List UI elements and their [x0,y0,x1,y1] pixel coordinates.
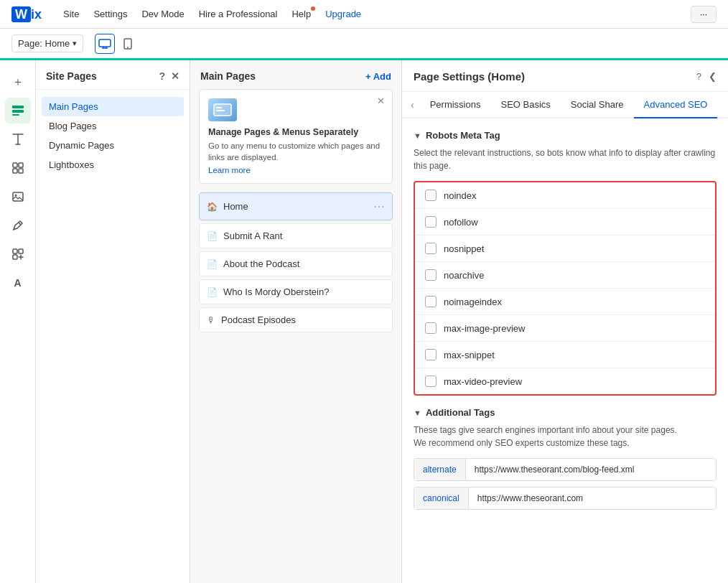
page-item-mordy[interactable]: 📄 Who Is Mordy Oberstein? [199,279,393,304]
tab-scroll-left-icon[interactable]: ‹ [405,93,420,116]
nav-help[interactable]: Help [291,9,311,19]
settings-title: Page Settings (Home) [414,70,525,91]
add-icon-btn[interactable]: ＋ [5,69,31,95]
page-item-home[interactable]: 🏠 Home ⋯ [199,192,393,220]
page-name-home: Home [223,201,368,212]
site-pages-header: Site Pages ? ✕ [36,60,190,90]
view-icons [95,34,138,54]
site-pages-panel: Site Pages ? ✕ Main Pages Blog Pages Dyn… [36,60,190,583]
checkbox-noimageindex[interactable] [425,296,437,307]
add-page-button[interactable]: + Add [365,71,391,82]
learn-more-link[interactable]: Learn more [208,166,383,174]
robots-section-header: ▼ Robots Meta Tag [414,130,717,141]
svg-rect-19 [216,107,222,108]
top-nav-btn[interactable]: ··· [691,6,717,23]
page-item-submit[interactable]: 📄 Submit A Rant [199,223,393,248]
cat-dynamic-pages[interactable]: Dynamic Pages [42,136,184,155]
icon-sidebar: ＋ [0,60,36,583]
nav-hire[interactable]: Hire a Professional [199,9,278,19]
draw-icon-btn[interactable] [5,213,31,238]
pages-list-title: Main Pages [200,70,256,82]
page-menu-home[interactable]: ⋯ [373,200,385,213]
settings-content: ▼ Robots Meta Tag Select the relevant in… [402,118,728,583]
settings-header: Page Settings (Home) ? ❮ [402,60,728,92]
tag-label-canonical: canonical [414,488,469,509]
svg-rect-8 [12,114,19,116]
banner-title: Manage Pages & Menus Separately [208,127,383,137]
widgets-icon-btn[interactable] [5,241,31,267]
page-item-podcast[interactable]: 🎙 Podcast Episodes [199,307,393,332]
tag-value-alternate: https://www.theseorant.com/blog-feed.xml [466,459,643,480]
svg-point-5 [127,47,129,48]
svg-point-14 [14,195,17,197]
submit-page-icon: 📄 [207,231,218,241]
checkbox-row-nofollow: nofollow [415,209,715,235]
banner-close-icon[interactable]: ✕ [377,95,385,106]
page-item-about[interactable]: 📄 About the Podcast [199,251,393,276]
wix-logo: Wix [11,6,42,22]
secondary-bar: Page: Home ▾ [0,29,728,60]
help-icon[interactable]: ? [159,70,165,82]
manage-pages-banner: ✕ Manage Pages & Menus Separately Go to … [199,89,393,184]
settings-help-icon[interactable]: ? [696,71,701,82]
page-settings-panel: Page Settings (Home) ? ❮ ‹ Permissions S… [402,60,728,583]
label-noimageindex: noimageindex [444,297,502,307]
checkbox-row-noimageindex: noimageindex [415,289,715,315]
svg-rect-6 [12,106,24,108]
apps-icon-btn[interactable] [5,155,31,181]
additional-section-title: Additional Tags [426,407,495,418]
settings-tabs: ‹ Permissions SEO Basics Social Share Ad… [402,92,728,118]
additional-section-header: ▼ Additional Tags [414,407,717,418]
checkbox-nosnippet[interactable] [425,243,437,254]
robots-checkboxes-box: noindex nofollow nosnippet noarchive noi… [414,181,717,396]
label-noarchive: noarchive [444,270,484,281]
checkbox-row-max-snippet: max-snippet [415,342,715,368]
svg-rect-15 [13,249,17,253]
home-page-icon: 🏠 [207,202,218,212]
page-label: Page: Home [18,38,70,49]
chevron-down-icon: ▾ [73,39,77,48]
nav-settings[interactable]: Settings [93,9,127,19]
cat-main-pages[interactable]: Main Pages [42,97,184,116]
checkbox-nofollow[interactable] [425,216,437,228]
label-nofollow: nofollow [444,217,478,228]
additional-section-desc: These tags give search engines important… [414,424,717,449]
banner-icon [208,98,237,121]
checkbox-noarchive[interactable] [425,269,437,281]
svg-rect-17 [13,255,17,259]
checkbox-max-image-preview[interactable] [425,322,437,334]
additional-chevron-icon[interactable]: ▼ [414,409,421,417]
nav-upgrade[interactable]: Upgrade [325,9,361,19]
close-icon[interactable]: ✕ [171,70,179,82]
label-nosnippet: nosnippet [444,243,484,254]
checkbox-max-video-preview[interactable] [425,376,437,387]
additional-tags-section: ▼ Additional Tags These tags give search… [414,407,717,510]
tab-advanced-seo[interactable]: Advanced SEO [634,92,718,118]
media-icon-btn[interactable] [5,184,31,210]
checkbox-row-noarchive: noarchive [415,262,715,289]
mobile-view-icon[interactable] [118,34,138,54]
tab-seo-basics[interactable]: SEO Basics [490,92,560,118]
tag-row-canonical: canonical https://www.theseorant.com [414,487,717,510]
about-page-icon: 📄 [207,259,218,269]
pages-list-panel: Main Pages + Add ✕ Manage Pages & Menus … [190,60,402,583]
pages-icon-btn[interactable] [5,98,31,123]
nav-site[interactable]: Site [63,9,79,19]
checkbox-row-max-video-preview: max-video-preview [415,368,715,394]
cat-blog-pages[interactable]: Blog Pages [42,116,184,136]
text-icon-btn[interactable] [5,126,31,152]
tab-social-share[interactable]: Social Share [561,92,634,118]
font-badge-icon-btn[interactable]: A [5,270,31,296]
svg-rect-13 [13,192,23,201]
tag-row-alternate: alternate https://www.theseorant.com/blo… [414,458,717,481]
settings-close-icon[interactable]: ❮ [709,71,717,82]
checkbox-noindex[interactable] [425,190,437,201]
robots-chevron-icon[interactable]: ▼ [414,131,421,140]
desktop-view-icon[interactable] [95,34,115,54]
checkbox-max-snippet[interactable] [425,349,437,360]
cat-lightboxes[interactable]: Lightboxes [42,155,184,174]
svg-rect-10 [19,163,23,167]
tab-permissions[interactable]: Permissions [420,92,491,118]
nav-devmode[interactable]: Dev Mode [141,9,184,19]
page-selector[interactable]: Page: Home ▾ [11,34,83,52]
